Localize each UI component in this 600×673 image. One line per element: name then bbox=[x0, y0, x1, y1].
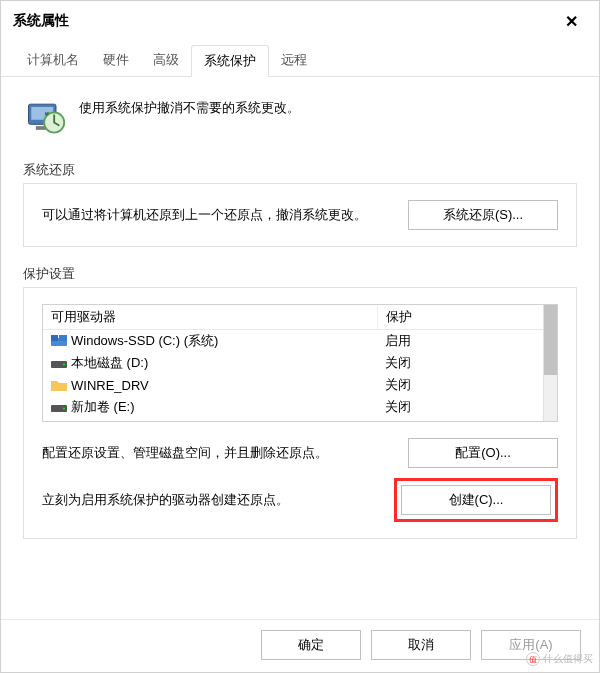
create-text: 立刻为启用系统保护的驱动器创建还原点。 bbox=[42, 491, 380, 509]
drive-row[interactable]: Windows-SSD (C:) (系统) 启用 bbox=[43, 330, 557, 352]
configure-button[interactable]: 配置(O)... bbox=[408, 438, 558, 468]
watermark: 值 什么值得买 bbox=[526, 652, 593, 666]
tab-content: 使用系统保护撤消不需要的系统更改。 系统还原 可以通过将计算机还原到上一个还原点… bbox=[1, 77, 599, 565]
tab-strip: 计算机名 硬件 高级 系统保护 远程 bbox=[1, 41, 599, 77]
cancel-button[interactable]: 取消 bbox=[371, 630, 471, 660]
col-header-drive[interactable]: 可用驱动器 bbox=[43, 305, 377, 329]
protection-section-label: 保护设置 bbox=[23, 265, 577, 283]
create-row: 立刻为启用系统保护的驱动器创建还原点。 创建(C)... bbox=[42, 478, 558, 522]
svg-point-11 bbox=[63, 408, 65, 410]
drives-header: 可用驱动器 保护 bbox=[43, 305, 557, 330]
system-restore-button[interactable]: 系统还原(S)... bbox=[408, 200, 558, 230]
drive-protection: 启用 bbox=[377, 331, 557, 351]
drive-name: 新加卷 (E:) bbox=[71, 398, 135, 416]
folder-icon bbox=[51, 379, 67, 391]
svg-rect-6 bbox=[51, 335, 58, 341]
hdd-icon bbox=[51, 357, 67, 369]
intro-text: 使用系统保护撤消不需要的系统更改。 bbox=[79, 95, 300, 139]
drive-name: 本地磁盘 (D:) bbox=[71, 354, 148, 372]
drives-scrollbar[interactable] bbox=[543, 305, 557, 421]
close-button[interactable]: ✕ bbox=[555, 5, 587, 37]
drives-body: Windows-SSD (C:) (系统) 启用 本地磁盘 (D:) 关闭 bbox=[43, 330, 557, 418]
system-properties-window: 系统属性 ✕ 计算机名 硬件 高级 系统保护 远程 bbox=[0, 0, 600, 673]
drive-row[interactable]: 新加卷 (E:) 关闭 bbox=[43, 396, 557, 418]
watermark-text: 什么值得买 bbox=[543, 652, 593, 666]
drive-name: WINRE_DRV bbox=[71, 378, 149, 393]
drives-list[interactable]: 可用驱动器 保护 Windows-SSD (C:) (系统) 启用 bbox=[42, 304, 558, 422]
svg-rect-7 bbox=[59, 335, 67, 341]
col-header-protection[interactable]: 保护 bbox=[377, 305, 557, 329]
system-protection-icon bbox=[23, 95, 67, 139]
svg-point-9 bbox=[63, 364, 65, 366]
watermark-icon: 值 bbox=[526, 652, 540, 666]
tab-computer-name[interactable]: 计算机名 bbox=[15, 45, 91, 76]
dialog-footer: 确定 取消 应用(A) bbox=[1, 619, 599, 672]
restore-description: 可以通过将计算机还原到上一个还原点，撤消系统更改。 bbox=[42, 205, 394, 226]
restore-groupbox: 可以通过将计算机还原到上一个还原点，撤消系统更改。 系统还原(S)... bbox=[23, 183, 577, 247]
windows-drive-icon bbox=[51, 335, 67, 347]
drive-protection: 关闭 bbox=[377, 375, 557, 395]
restore-section-label: 系统还原 bbox=[23, 161, 577, 179]
drive-row[interactable]: WINRE_DRV 关闭 bbox=[43, 374, 557, 396]
intro-row: 使用系统保护撤消不需要的系统更改。 bbox=[23, 95, 577, 139]
titlebar: 系统属性 ✕ bbox=[1, 1, 599, 41]
tab-advanced[interactable]: 高级 bbox=[141, 45, 191, 76]
drive-row[interactable]: 本地磁盘 (D:) 关闭 bbox=[43, 352, 557, 374]
drive-name: Windows-SSD (C:) (系统) bbox=[71, 332, 218, 350]
tab-hardware[interactable]: 硬件 bbox=[91, 45, 141, 76]
close-icon: ✕ bbox=[565, 12, 578, 31]
configure-row: 配置还原设置、管理磁盘空间，并且删除还原点。 配置(O)... bbox=[42, 438, 558, 468]
scrollbar-thumb[interactable] bbox=[544, 305, 557, 375]
create-button[interactable]: 创建(C)... bbox=[401, 485, 551, 515]
configure-text: 配置还原设置、管理磁盘空间，并且删除还原点。 bbox=[42, 444, 394, 462]
ok-button[interactable]: 确定 bbox=[261, 630, 361, 660]
drive-protection: 关闭 bbox=[377, 353, 557, 373]
window-title: 系统属性 bbox=[13, 12, 69, 30]
protection-groupbox: 可用驱动器 保护 Windows-SSD (C:) (系统) 启用 bbox=[23, 287, 577, 539]
create-button-highlight: 创建(C)... bbox=[394, 478, 558, 522]
tab-system-protection[interactable]: 系统保护 bbox=[191, 45, 269, 77]
tab-remote[interactable]: 远程 bbox=[269, 45, 319, 76]
drive-protection: 关闭 bbox=[377, 397, 557, 417]
hdd-icon bbox=[51, 401, 67, 413]
